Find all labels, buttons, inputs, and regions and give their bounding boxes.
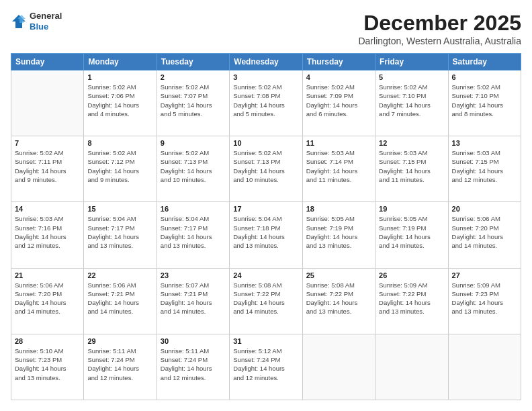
day-info: Sunrise: 5:11 AM Sunset: 7:24 PM Dayligh…: [161, 347, 226, 382]
calendar-cell: 19Sunrise: 5:05 AM Sunset: 7:19 PM Dayli…: [375, 202, 448, 268]
day-info: Sunrise: 5:12 AM Sunset: 7:24 PM Dayligh…: [233, 347, 298, 382]
day-number: 21: [15, 271, 80, 279]
location-title: Darlington, Western Australia, Australia: [358, 36, 521, 46]
day-number: 16: [161, 205, 226, 213]
day-info: Sunrise: 5:02 AM Sunset: 7:06 PM Dayligh…: [87, 83, 152, 118]
weekday-header-row: SundayMondayTuesdayWednesdayThursdayFrid…: [11, 54, 521, 71]
day-info: Sunrise: 5:02 AM Sunset: 7:12 PM Dayligh…: [87, 148, 152, 184]
day-info: Sunrise: 5:03 AM Sunset: 7:15 PM Dayligh…: [379, 148, 444, 184]
calendar-cell: 26Sunrise: 5:09 AM Sunset: 7:22 PM Dayli…: [375, 268, 448, 334]
day-number: 12: [379, 139, 444, 147]
calendar-cell: 25Sunrise: 5:08 AM Sunset: 7:22 PM Dayli…: [302, 268, 375, 334]
calendar-cell: 10Sunrise: 5:02 AM Sunset: 7:13 PM Dayli…: [230, 136, 302, 202]
day-number: 23: [161, 271, 226, 279]
calendar-cell: 13Sunrise: 5:03 AM Sunset: 7:15 PM Dayli…: [448, 136, 521, 202]
day-number: 28: [15, 337, 80, 345]
calendar-cell: [11, 71, 84, 136]
calendar-cell: 21Sunrise: 5:06 AM Sunset: 7:20 PM Dayli…: [11, 268, 84, 334]
day-number: 31: [233, 337, 298, 345]
day-info: Sunrise: 5:06 AM Sunset: 7:20 PM Dayligh…: [15, 281, 80, 316]
day-number: 30: [161, 337, 226, 345]
calendar-cell: 27Sunrise: 5:09 AM Sunset: 7:23 PM Dayli…: [448, 268, 521, 334]
calendar-cell: [302, 334, 375, 400]
calendar-cell: [448, 334, 521, 400]
weekday-header-thursday: Thursday: [302, 54, 375, 71]
weekday-header-sunday: Sunday: [11, 54, 84, 71]
day-number: 3: [233, 73, 298, 81]
logo-text: General Blue: [30, 11, 62, 32]
calendar-week-row: 7Sunrise: 5:02 AM Sunset: 7:11 PM Daylig…: [11, 136, 521, 202]
day-number: 25: [306, 271, 371, 279]
calendar-cell: 9Sunrise: 5:02 AM Sunset: 7:13 PM Daylig…: [157, 136, 229, 202]
calendar-cell: 1Sunrise: 5:02 AM Sunset: 7:06 PM Daylig…: [84, 71, 157, 136]
day-info: Sunrise: 5:07 AM Sunset: 7:21 PM Dayligh…: [161, 281, 226, 316]
calendar-cell: [375, 334, 448, 400]
weekday-header-wednesday: Wednesday: [230, 54, 302, 71]
calendar-cell: 30Sunrise: 5:11 AM Sunset: 7:24 PM Dayli…: [157, 334, 229, 400]
day-info: Sunrise: 5:11 AM Sunset: 7:24 PM Dayligh…: [87, 347, 152, 382]
day-number: 20: [452, 205, 517, 213]
calendar-table: SundayMondayTuesdayWednesdayThursdayFrid…: [11, 53, 521, 400]
calendar-cell: 3Sunrise: 5:02 AM Sunset: 7:08 PM Daylig…: [230, 71, 302, 136]
day-info: Sunrise: 5:02 AM Sunset: 7:08 PM Dayligh…: [233, 83, 298, 118]
day-number: 8: [87, 139, 152, 147]
day-info: Sunrise: 5:02 AM Sunset: 7:10 PM Dayligh…: [452, 83, 517, 118]
header: General Blue December 2025 Darlington, W…: [11, 11, 521, 46]
calendar-week-row: 21Sunrise: 5:06 AM Sunset: 7:20 PM Dayli…: [11, 268, 521, 334]
page: General Blue December 2025 Darlington, W…: [0, 0, 532, 411]
day-info: Sunrise: 5:05 AM Sunset: 7:19 PM Dayligh…: [379, 214, 444, 250]
weekday-header-saturday: Saturday: [448, 54, 521, 71]
calendar-cell: 28Sunrise: 5:10 AM Sunset: 7:23 PM Dayli…: [11, 334, 84, 400]
day-info: Sunrise: 5:04 AM Sunset: 7:17 PM Dayligh…: [161, 214, 226, 250]
calendar-cell: 29Sunrise: 5:11 AM Sunset: 7:24 PM Dayli…: [84, 334, 157, 400]
calendar-cell: 12Sunrise: 5:03 AM Sunset: 7:15 PM Dayli…: [375, 136, 448, 202]
day-number: 17: [233, 205, 298, 213]
day-info: Sunrise: 5:08 AM Sunset: 7:22 PM Dayligh…: [306, 281, 371, 316]
day-number: 24: [233, 271, 298, 279]
day-info: Sunrise: 5:09 AM Sunset: 7:23 PM Dayligh…: [452, 281, 517, 316]
calendar-cell: 14Sunrise: 5:03 AM Sunset: 7:16 PM Dayli…: [11, 202, 84, 268]
day-number: 18: [306, 205, 371, 213]
calendar-cell: 11Sunrise: 5:03 AM Sunset: 7:14 PM Dayli…: [302, 136, 375, 202]
day-number: 6: [452, 73, 517, 81]
day-info: Sunrise: 5:09 AM Sunset: 7:22 PM Dayligh…: [379, 281, 444, 316]
calendar-cell: 24Sunrise: 5:08 AM Sunset: 7:22 PM Dayli…: [230, 268, 302, 334]
calendar-cell: 8Sunrise: 5:02 AM Sunset: 7:12 PM Daylig…: [84, 136, 157, 202]
day-info: Sunrise: 5:02 AM Sunset: 7:10 PM Dayligh…: [379, 83, 444, 118]
day-number: 26: [379, 271, 444, 279]
title-block: December 2025 Darlington, Western Austra…: [358, 11, 521, 46]
day-number: 5: [379, 73, 444, 81]
day-number: 27: [452, 271, 517, 279]
day-number: 11: [306, 139, 371, 147]
day-info: Sunrise: 5:02 AM Sunset: 7:11 PM Dayligh…: [15, 148, 80, 184]
day-number: 9: [161, 139, 226, 147]
day-number: 2: [161, 73, 226, 81]
day-info: Sunrise: 5:04 AM Sunset: 7:17 PM Dayligh…: [87, 214, 152, 250]
month-title: December 2025: [358, 11, 521, 36]
calendar-week-row: 14Sunrise: 5:03 AM Sunset: 7:16 PM Dayli…: [11, 202, 521, 268]
day-info: Sunrise: 5:03 AM Sunset: 7:16 PM Dayligh…: [15, 214, 80, 250]
day-number: 19: [379, 205, 444, 213]
calendar-cell: 2Sunrise: 5:02 AM Sunset: 7:07 PM Daylig…: [157, 71, 229, 136]
day-info: Sunrise: 5:03 AM Sunset: 7:15 PM Dayligh…: [452, 148, 517, 184]
day-info: Sunrise: 5:02 AM Sunset: 7:13 PM Dayligh…: [161, 148, 226, 184]
day-info: Sunrise: 5:02 AM Sunset: 7:13 PM Dayligh…: [233, 148, 298, 184]
day-number: 13: [452, 139, 517, 147]
day-info: Sunrise: 5:06 AM Sunset: 7:21 PM Dayligh…: [87, 281, 152, 316]
day-number: 10: [233, 139, 298, 147]
day-number: 4: [306, 73, 371, 81]
day-info: Sunrise: 5:03 AM Sunset: 7:14 PM Dayligh…: [306, 148, 371, 184]
calendar-cell: 31Sunrise: 5:12 AM Sunset: 7:24 PM Dayli…: [230, 334, 302, 400]
day-number: 14: [15, 205, 80, 213]
calendar-cell: 4Sunrise: 5:02 AM Sunset: 7:09 PM Daylig…: [302, 71, 375, 136]
weekday-header-monday: Monday: [84, 54, 157, 71]
calendar-cell: 17Sunrise: 5:04 AM Sunset: 7:18 PM Dayli…: [230, 202, 302, 268]
weekday-header-tuesday: Tuesday: [157, 54, 229, 71]
day-number: 15: [87, 205, 152, 213]
calendar-cell: 23Sunrise: 5:07 AM Sunset: 7:21 PM Dayli…: [157, 268, 229, 334]
weekday-header-friday: Friday: [375, 54, 448, 71]
calendar-cell: 18Sunrise: 5:05 AM Sunset: 7:19 PM Dayli…: [302, 202, 375, 268]
day-info: Sunrise: 5:02 AM Sunset: 7:09 PM Dayligh…: [306, 83, 371, 118]
calendar-cell: 20Sunrise: 5:06 AM Sunset: 7:20 PM Dayli…: [448, 202, 521, 268]
day-number: 22: [87, 271, 152, 279]
